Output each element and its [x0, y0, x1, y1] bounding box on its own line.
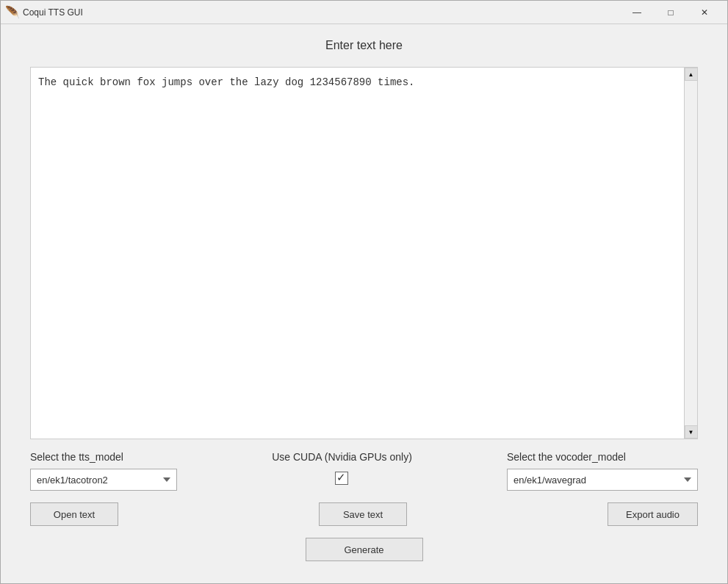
tts-model-group: Select the tts_model en/ek1/tacotron2 en…	[30, 451, 177, 491]
main-window: 🪶 Coqui TTS GUI — □ ✕ Enter text here Th…	[0, 0, 728, 584]
cuda-checkbox-container	[335, 472, 348, 485]
cuda-group: Use CUDA (Nvidia GPUs only)	[272, 451, 412, 485]
tts-model-label: Select the tts_model	[30, 451, 123, 463]
export-audio-button[interactable]: Export audio	[608, 502, 698, 526]
window-controls: — □ ✕	[620, 1, 721, 24]
open-text-button[interactable]: Open text	[30, 502, 118, 526]
vocoder-model-group: Select the vocoder_model en/ek1/wavegrad…	[507, 451, 698, 491]
maximize-button[interactable]: □	[654, 1, 688, 24]
cuda-label: Use CUDA (Nvidia GPUs only)	[272, 451, 412, 463]
text-area-container: The quick brown fox jumps over the lazy …	[30, 67, 698, 439]
save-text-button[interactable]: Save text	[319, 502, 407, 526]
scroll-up-arrow[interactable]: ▲	[685, 68, 698, 81]
minimize-button[interactable]: —	[620, 1, 654, 24]
main-text-input[interactable]: The quick brown fox jumps over the lazy …	[31, 68, 697, 439]
vocoder-model-select[interactable]: en/ek1/wavegrad en/ljspeech/hifigan_v2 e…	[507, 469, 698, 491]
window-title: Coqui TTS GUI	[23, 7, 620, 18]
scroll-down-arrow[interactable]: ▼	[685, 425, 698, 439]
close-button[interactable]: ✕	[688, 1, 721, 24]
generate-button[interactable]: Generate	[306, 538, 423, 561]
app-icon: 🪶	[7, 7, 18, 18]
section-title: Enter text here	[30, 39, 698, 52]
controls-row: Select the tts_model en/ek1/tacotron2 en…	[30, 451, 698, 491]
scrollbar: ▲ ▼	[684, 68, 697, 439]
cuda-checkbox[interactable]	[335, 472, 348, 485]
title-bar: 🪶 Coqui TTS GUI — □ ✕	[1, 1, 727, 24]
generate-row: Generate	[30, 538, 698, 569]
tts-model-select[interactable]: en/ek1/tacotron2 en/ljspeech/tacotron2 e…	[30, 469, 177, 491]
vocoder-model-label: Select the vocoder_model	[507, 451, 626, 463]
buttons-row: Open text Save text Export audio	[30, 502, 698, 526]
main-content: Enter text here The quick brown fox jump…	[1, 24, 727, 583]
